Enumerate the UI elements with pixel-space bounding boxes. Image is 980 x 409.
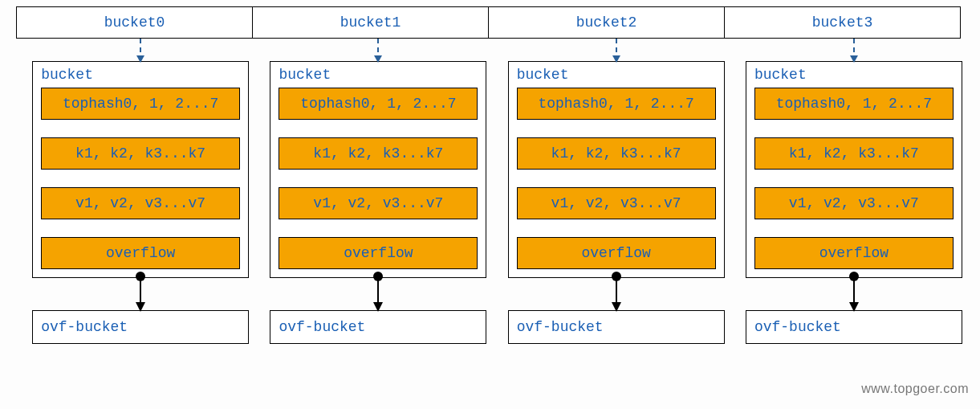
bucket-box: bucket tophash0, 1, 2...7 k1, k2, k3...k… bbox=[746, 61, 962, 278]
arrow-overflow-to-ovf-icon bbox=[853, 278, 855, 310]
overflow-field: overflow bbox=[517, 237, 716, 269]
overflow-field: overflow bbox=[41, 237, 240, 269]
bucket-box: bucket tophash0, 1, 2...7 k1, k2, k3...k… bbox=[270, 61, 486, 278]
overflow-field: overflow bbox=[279, 237, 478, 269]
bucket-header-2: bucket2 bbox=[488, 6, 725, 39]
arrow-overflow-to-ovf-icon bbox=[377, 278, 379, 310]
bucket-header-1: bucket1 bbox=[252, 6, 489, 39]
arrow-header-to-bucket-icon bbox=[616, 39, 617, 61]
ovf-bucket-box: ovf-bucket bbox=[32, 310, 249, 344]
bucket-column-3: bucket tophash0, 1, 2...7 k1, k2, k3...k… bbox=[744, 39, 964, 344]
bucket-title: bucket bbox=[754, 67, 954, 83]
bucket-column-1: bucket tophash0, 1, 2...7 k1, k2, k3...k… bbox=[268, 39, 488, 344]
arrow-header-to-bucket-icon bbox=[853, 39, 855, 61]
keys-field: k1, k2, k3...k7 bbox=[41, 137, 240, 170]
tophash-field: tophash0, 1, 2...7 bbox=[279, 88, 478, 120]
vals-field: v1, v2, v3...v7 bbox=[754, 187, 954, 219]
tophash-field: tophash0, 1, 2...7 bbox=[517, 88, 716, 120]
vals-field: v1, v2, v3...v7 bbox=[279, 187, 478, 219]
vals-field: v1, v2, v3...v7 bbox=[41, 187, 240, 219]
bucket-title: bucket bbox=[517, 67, 716, 83]
bucket-title: bucket bbox=[279, 67, 478, 83]
bucket-header-row: bucket0 bucket1 bucket2 bucket3 bbox=[16, 6, 964, 39]
ovf-bucket-box: ovf-bucket bbox=[270, 310, 486, 344]
arrow-overflow-to-ovf-icon bbox=[616, 278, 617, 310]
arrow-overflow-to-ovf-icon bbox=[140, 278, 141, 310]
keys-field: k1, k2, k3...k7 bbox=[754, 137, 954, 170]
arrow-header-to-bucket-icon bbox=[140, 39, 141, 61]
bucket-box: bucket tophash0, 1, 2...7 k1, k2, k3...k… bbox=[32, 61, 249, 278]
ovf-bucket-box: ovf-bucket bbox=[508, 310, 725, 344]
watermark-text: www.topgoer.com bbox=[861, 382, 969, 396]
overflow-field: overflow bbox=[754, 237, 954, 269]
bucket-box: bucket tophash0, 1, 2...7 k1, k2, k3...k… bbox=[508, 61, 725, 278]
bucket-column-0: bucket tophash0, 1, 2...7 k1, k2, k3...k… bbox=[30, 39, 250, 344]
tophash-field: tophash0, 1, 2...7 bbox=[41, 88, 240, 120]
ovf-bucket-box: ovf-bucket bbox=[746, 310, 962, 344]
bucket-column-2: bucket tophash0, 1, 2...7 k1, k2, k3...k… bbox=[506, 39, 726, 344]
vals-field: v1, v2, v3...v7 bbox=[517, 187, 716, 219]
keys-field: k1, k2, k3...k7 bbox=[517, 137, 716, 170]
keys-field: k1, k2, k3...k7 bbox=[279, 137, 478, 170]
bucket-title: bucket bbox=[41, 67, 240, 83]
tophash-field: tophash0, 1, 2...7 bbox=[754, 88, 954, 120]
bucket-header-0: bucket0 bbox=[16, 6, 253, 39]
arrow-header-to-bucket-icon bbox=[377, 39, 379, 61]
bucket-columns: bucket tophash0, 1, 2...7 k1, k2, k3...k… bbox=[16, 39, 964, 344]
bucket-header-3: bucket3 bbox=[724, 6, 961, 39]
